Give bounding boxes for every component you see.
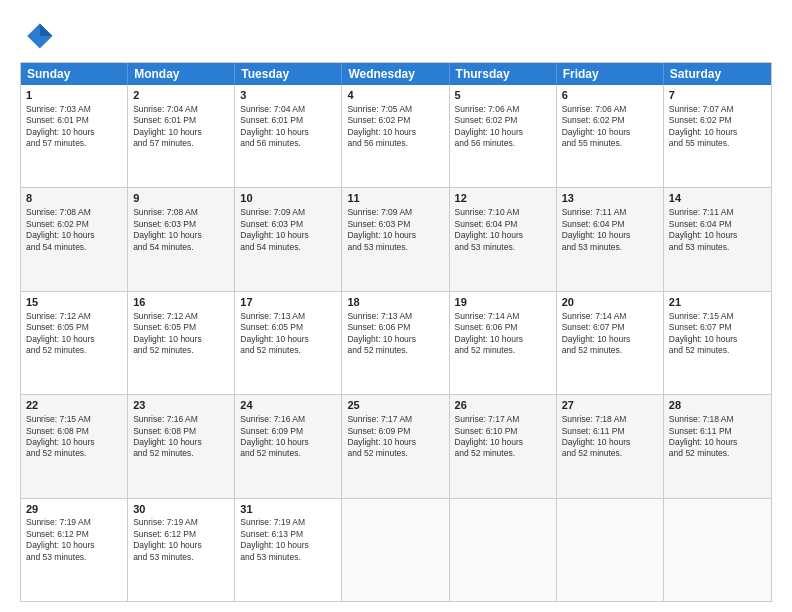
- cell-info-line: Sunset: 6:12 PM: [133, 529, 229, 540]
- day-number: 10: [240, 191, 336, 206]
- calendar-cell: [664, 499, 771, 601]
- calendar-cell: 31Sunrise: 7:19 AMSunset: 6:13 PMDayligh…: [235, 499, 342, 601]
- calendar-body: 1Sunrise: 7:03 AMSunset: 6:01 PMDaylight…: [21, 85, 771, 601]
- cell-info-line: Daylight: 10 hours: [240, 334, 336, 345]
- cell-info-line: Sunrise: 7:17 AM: [455, 414, 551, 425]
- cell-info-line: Daylight: 10 hours: [562, 127, 658, 138]
- cell-info-line: Sunset: 6:05 PM: [240, 322, 336, 333]
- day-number: 21: [669, 295, 766, 310]
- cell-info-line: Daylight: 10 hours: [133, 230, 229, 241]
- cell-info-line: Daylight: 10 hours: [133, 437, 229, 448]
- day-number: 31: [240, 502, 336, 517]
- cell-info-line: and 56 minutes.: [455, 138, 551, 149]
- cell-info-line: Sunrise: 7:06 AM: [562, 104, 658, 115]
- cell-info-line: Sunset: 6:05 PM: [133, 322, 229, 333]
- cell-info-line: Daylight: 10 hours: [26, 437, 122, 448]
- day-number: 15: [26, 295, 122, 310]
- cell-info-line: and 52 minutes.: [562, 448, 658, 459]
- day-number: 3: [240, 88, 336, 103]
- cell-info-line: and 56 minutes.: [240, 138, 336, 149]
- cell-info-line: Sunset: 6:03 PM: [133, 219, 229, 230]
- calendar-cell: 3Sunrise: 7:04 AMSunset: 6:01 PMDaylight…: [235, 85, 342, 187]
- cell-info-line: and 55 minutes.: [562, 138, 658, 149]
- day-number: 25: [347, 398, 443, 413]
- logo: [20, 18, 60, 54]
- cell-info-line: and 53 minutes.: [347, 242, 443, 253]
- cell-info-line: Sunset: 6:04 PM: [562, 219, 658, 230]
- cell-info-line: Sunset: 6:08 PM: [26, 426, 122, 437]
- cell-info-line: and 52 minutes.: [26, 345, 122, 356]
- cell-info-line: and 52 minutes.: [669, 448, 766, 459]
- cell-info-line: and 53 minutes.: [562, 242, 658, 253]
- cell-info-line: Sunset: 6:06 PM: [347, 322, 443, 333]
- cell-info-line: Sunrise: 7:11 AM: [562, 207, 658, 218]
- cell-info-line: Sunrise: 7:08 AM: [26, 207, 122, 218]
- calendar-cell: 23Sunrise: 7:16 AMSunset: 6:08 PMDayligh…: [128, 395, 235, 497]
- cell-info-line: and 56 minutes.: [347, 138, 443, 149]
- cell-info-line: Sunrise: 7:16 AM: [133, 414, 229, 425]
- cell-info-line: Sunrise: 7:11 AM: [669, 207, 766, 218]
- cell-info-line: Daylight: 10 hours: [455, 334, 551, 345]
- cell-info-line: Sunset: 6:01 PM: [26, 115, 122, 126]
- cell-info-line: and 53 minutes.: [455, 242, 551, 253]
- cell-info-line: Sunset: 6:02 PM: [669, 115, 766, 126]
- calendar-cell: 7Sunrise: 7:07 AMSunset: 6:02 PMDaylight…: [664, 85, 771, 187]
- day-number: 11: [347, 191, 443, 206]
- cell-info-line: and 53 minutes.: [669, 242, 766, 253]
- cell-info-line: Sunset: 6:09 PM: [240, 426, 336, 437]
- cell-info-line: Sunrise: 7:04 AM: [133, 104, 229, 115]
- header-day-wednesday: Wednesday: [342, 63, 449, 85]
- cell-info-line: Sunset: 6:01 PM: [240, 115, 336, 126]
- day-number: 5: [455, 88, 551, 103]
- calendar-cell: 28Sunrise: 7:18 AMSunset: 6:11 PMDayligh…: [664, 395, 771, 497]
- cell-info-line: Daylight: 10 hours: [133, 540, 229, 551]
- cell-info-line: Sunrise: 7:12 AM: [26, 311, 122, 322]
- cell-info-line: Daylight: 10 hours: [240, 437, 336, 448]
- cell-info-line: Sunrise: 7:03 AM: [26, 104, 122, 115]
- cell-info-line: Daylight: 10 hours: [455, 230, 551, 241]
- cell-info-line: and 52 minutes.: [455, 448, 551, 459]
- cell-info-line: Sunset: 6:13 PM: [240, 529, 336, 540]
- calendar-week-4: 22Sunrise: 7:15 AMSunset: 6:08 PMDayligh…: [21, 394, 771, 497]
- cell-info-line: Sunset: 6:01 PM: [133, 115, 229, 126]
- calendar-cell: 10Sunrise: 7:09 AMSunset: 6:03 PMDayligh…: [235, 188, 342, 290]
- cell-info-line: Sunrise: 7:09 AM: [347, 207, 443, 218]
- cell-info-line: Daylight: 10 hours: [26, 334, 122, 345]
- cell-info-line: Sunrise: 7:04 AM: [240, 104, 336, 115]
- cell-info-line: and 52 minutes.: [26, 448, 122, 459]
- calendar-cell: 29Sunrise: 7:19 AMSunset: 6:12 PMDayligh…: [21, 499, 128, 601]
- cell-info-line: Sunrise: 7:15 AM: [26, 414, 122, 425]
- cell-info-line: Sunrise: 7:12 AM: [133, 311, 229, 322]
- day-number: 29: [26, 502, 122, 517]
- calendar-cell: 24Sunrise: 7:16 AMSunset: 6:09 PMDayligh…: [235, 395, 342, 497]
- cell-info-line: Daylight: 10 hours: [455, 437, 551, 448]
- calendar-cell: 16Sunrise: 7:12 AMSunset: 6:05 PMDayligh…: [128, 292, 235, 394]
- svg-marker-1: [40, 23, 53, 36]
- cell-info-line: and 54 minutes.: [26, 242, 122, 253]
- calendar-cell: 8Sunrise: 7:08 AMSunset: 6:02 PMDaylight…: [21, 188, 128, 290]
- day-number: 1: [26, 88, 122, 103]
- calendar-cell: 18Sunrise: 7:13 AMSunset: 6:06 PMDayligh…: [342, 292, 449, 394]
- cell-info-line: Sunset: 6:12 PM: [26, 529, 122, 540]
- cell-info-line: Sunset: 6:02 PM: [347, 115, 443, 126]
- calendar-cell: 4Sunrise: 7:05 AMSunset: 6:02 PMDaylight…: [342, 85, 449, 187]
- calendar-cell: 27Sunrise: 7:18 AMSunset: 6:11 PMDayligh…: [557, 395, 664, 497]
- calendar-cell: 19Sunrise: 7:14 AMSunset: 6:06 PMDayligh…: [450, 292, 557, 394]
- calendar-cell: 17Sunrise: 7:13 AMSunset: 6:05 PMDayligh…: [235, 292, 342, 394]
- cell-info-line: Sunrise: 7:08 AM: [133, 207, 229, 218]
- day-number: 26: [455, 398, 551, 413]
- calendar-cell: 26Sunrise: 7:17 AMSunset: 6:10 PMDayligh…: [450, 395, 557, 497]
- calendar-cell: 15Sunrise: 7:12 AMSunset: 6:05 PMDayligh…: [21, 292, 128, 394]
- cell-info-line: and 52 minutes.: [562, 345, 658, 356]
- cell-info-line: Daylight: 10 hours: [26, 230, 122, 241]
- day-number: 17: [240, 295, 336, 310]
- day-number: 20: [562, 295, 658, 310]
- cell-info-line: Sunset: 6:08 PM: [133, 426, 229, 437]
- cell-info-line: and 54 minutes.: [240, 242, 336, 253]
- calendar-cell: 9Sunrise: 7:08 AMSunset: 6:03 PMDaylight…: [128, 188, 235, 290]
- cell-info-line: Sunset: 6:04 PM: [669, 219, 766, 230]
- calendar-cell: 30Sunrise: 7:19 AMSunset: 6:12 PMDayligh…: [128, 499, 235, 601]
- cell-info-line: Daylight: 10 hours: [562, 334, 658, 345]
- cell-info-line: Sunrise: 7:06 AM: [455, 104, 551, 115]
- cell-info-line: and 54 minutes.: [133, 242, 229, 253]
